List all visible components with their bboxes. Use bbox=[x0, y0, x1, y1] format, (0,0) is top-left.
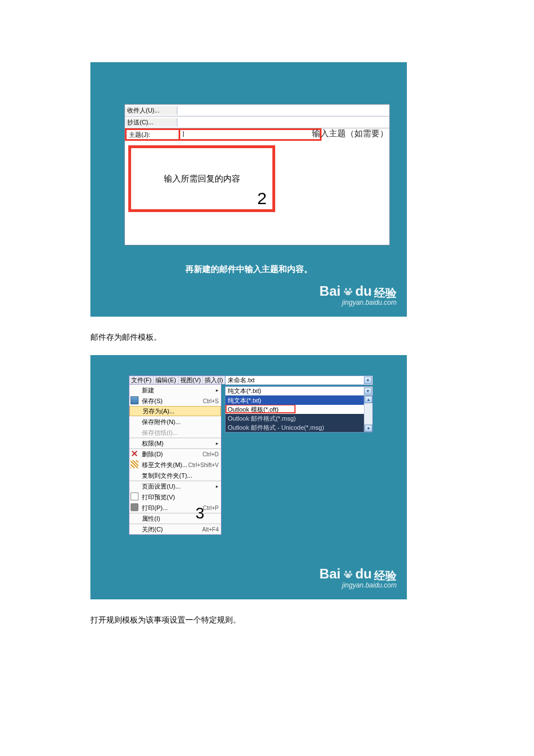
menu-item-label: 保存附件(N)... bbox=[142, 418, 180, 426]
svg-point-0 bbox=[345, 288, 347, 291]
menu-item[interactable]: 保存(S)Ctrl+S bbox=[129, 395, 221, 406]
menu-item-label: 保存(S) bbox=[142, 397, 163, 405]
watermark-brand-b: du bbox=[355, 284, 372, 299]
watermark-url: jingyan.baidu.com bbox=[319, 582, 397, 589]
move-icon bbox=[131, 460, 138, 468]
filetype-option[interactable]: Outlook 邮件格式(*.msg) bbox=[225, 414, 372, 423]
svg-point-4 bbox=[345, 571, 347, 573]
screenshot-1-caption: 再新建的邮件中输入主题和内容。 bbox=[90, 264, 407, 275]
shortcut-label: Ctrl+S bbox=[203, 398, 219, 404]
document-page: 收件人(U)... 抄送(C)... 主题(J): | 输入主题（如需要） 输入… bbox=[0, 0, 534, 751]
svg-point-5 bbox=[349, 571, 351, 573]
menu-item-label: 打印预览(V) bbox=[142, 493, 175, 502]
svg-point-2 bbox=[344, 291, 345, 293]
subject-hint-annotation: 输入主题（如需要） bbox=[312, 128, 388, 139]
screenshot-2: 文件(F) 编辑(E) 视图(V) 插入(I) 新建▸保存(S)Ctrl+S另存… bbox=[90, 355, 407, 599]
filetype-option-selected[interactable]: 纯文本(*.txt) bbox=[225, 396, 372, 405]
menu-file[interactable]: 文件(F) bbox=[129, 376, 154, 384]
file-menu-area: 文件(F) 编辑(E) 视图(V) 插入(I) 新建▸保存(S)Ctrl+S另存… bbox=[129, 375, 226, 535]
scroll-up-icon[interactable]: ▴ bbox=[364, 396, 372, 403]
watermark-url: jingyan.baidu.com bbox=[319, 299, 397, 306]
menu-item-label: 删除(D) bbox=[142, 450, 163, 459]
body-hint-annotation: 输入所需回复的内容 bbox=[164, 174, 240, 184]
del-icon bbox=[131, 450, 138, 457]
baidu-watermark: Bai du 经验 jingyan.baidu.com bbox=[319, 284, 397, 306]
submenu-arrow-icon: ▸ bbox=[216, 483, 219, 489]
step-number-3: 3 bbox=[196, 504, 205, 522]
menu-item[interactable]: 打印(P)...Ctrl+P bbox=[129, 502, 221, 513]
subject-row-highlight: 主题(J): | bbox=[125, 128, 322, 141]
menu-item-label: 页面设置(U)... bbox=[142, 482, 180, 491]
menu-item[interactable]: 另存为(A)... bbox=[129, 406, 221, 416]
baidu-watermark: Bai du 经验 jingyan.baidu.com bbox=[319, 567, 397, 589]
shortcut-label: Ctrl+Shift+V bbox=[188, 462, 219, 468]
filetype-value: 纯文本(*.txt) bbox=[228, 387, 261, 395]
prev-icon bbox=[131, 493, 138, 500]
menu-bar: 文件(F) 编辑(E) 视图(V) 插入(I) bbox=[129, 375, 226, 385]
svg-point-6 bbox=[344, 573, 345, 576]
mail-compose-window: 收件人(U)... 抄送(C)... 主题(J): | 输入主题（如需要） 输入… bbox=[124, 104, 390, 245]
svg-point-7 bbox=[350, 573, 352, 576]
menu-item-label: 另存为(A)... bbox=[142, 407, 175, 416]
menu-item-label: 打印(P)... bbox=[142, 504, 168, 512]
menu-item[interactable]: 打印预览(V) bbox=[129, 491, 221, 502]
menu-item[interactable]: 页面设置(U)...▸ bbox=[129, 481, 221, 491]
instruction-text-2: 打开规则模板为该事项设置一个特定规则。 bbox=[90, 615, 444, 625]
watermark-brand-a: Bai bbox=[319, 284, 340, 299]
to-row: 收件人(U)... bbox=[125, 105, 389, 116]
menu-item-label: 新建 bbox=[142, 386, 154, 395]
svg-point-3 bbox=[350, 291, 352, 293]
scrollbar[interactable]: ▴ ▾ bbox=[364, 396, 372, 432]
subject-label: 主题(J): bbox=[127, 130, 180, 139]
paw-icon bbox=[342, 286, 354, 299]
watermark-suffix: 经验 bbox=[374, 569, 397, 582]
cc-button[interactable]: 抄送(C)... bbox=[125, 118, 177, 127]
menu-item[interactable]: 权限(M)▸ bbox=[129, 438, 221, 448]
dropdown-icon[interactable]: ▾ bbox=[364, 387, 372, 395]
menu-item-label: 属性(I) bbox=[142, 515, 160, 523]
menu-item-label: 移至文件夹(M)... bbox=[142, 461, 188, 469]
to-button[interactable]: 收件人(U)... bbox=[125, 106, 177, 115]
menu-item-label: 权限(M) bbox=[142, 439, 164, 448]
step-number-2: 2 bbox=[257, 189, 267, 208]
menu-item[interactable]: 保存附件(N)... bbox=[129, 416, 221, 427]
menu-item-label: 关闭(C) bbox=[142, 525, 163, 534]
watermark-brand-a: Bai bbox=[319, 567, 340, 581]
dropdown-icon[interactable]: ▾ bbox=[364, 377, 372, 384]
shortcut-label: Alt+F4 bbox=[202, 526, 219, 533]
filetype-option[interactable]: Outlook 邮件格式 - Unicode(*.msg) bbox=[225, 423, 372, 432]
menu-edit[interactable]: 编辑(E) bbox=[154, 376, 179, 384]
filetype-dropdown-list: 纯文本(*.txt) ▴ ▾ Outlook 模板(*.oft)Outlook … bbox=[225, 396, 373, 433]
menu-item[interactable]: 新建▸ bbox=[129, 385, 221, 395]
save-icon bbox=[131, 396, 138, 404]
print-icon bbox=[131, 503, 138, 511]
instruction-text-1: 邮件存为邮件模板。 bbox=[90, 332, 444, 343]
menu-item[interactable]: 复制到文件夹(T)... bbox=[129, 470, 221, 481]
menu-item: 保存信纸(I)... bbox=[129, 427, 221, 438]
watermark-suffix: 经验 bbox=[374, 287, 397, 299]
submenu-arrow-icon: ▸ bbox=[216, 440, 219, 446]
cc-row: 抄送(C)... bbox=[125, 116, 389, 128]
menu-insert[interactable]: 插入(I) bbox=[203, 376, 225, 384]
subject-field[interactable]: | bbox=[180, 130, 320, 139]
menu-view[interactable]: 视图(V) bbox=[179, 376, 203, 384]
filetype-option[interactable]: Outlook 模板(*.oft) bbox=[225, 405, 372, 414]
menu-item[interactable]: 移至文件夹(M)...Ctrl+Shift+V bbox=[129, 459, 221, 470]
filetype-field[interactable]: 纯文本(*.txt) ▾ bbox=[225, 386, 373, 396]
menu-item[interactable]: 删除(D)Ctrl+D bbox=[129, 448, 221, 459]
body-highlight-box: 输入所需回复的内容 2 bbox=[128, 145, 275, 212]
file-menu-dropdown: 新建▸保存(S)Ctrl+S另存为(A)...保存附件(N)...保存信纸(I)… bbox=[129, 385, 222, 535]
menu-item-label: 复制到文件夹(T)... bbox=[142, 472, 192, 480]
filename-field[interactable]: 未命名.txt ▾ bbox=[225, 375, 373, 385]
paw-icon bbox=[342, 569, 354, 582]
shortcut-label: Ctrl+D bbox=[202, 451, 219, 457]
submenu-arrow-icon: ▸ bbox=[216, 387, 219, 393]
scroll-down-icon[interactable]: ▾ bbox=[364, 425, 372, 432]
save-as-controls: 未命名.txt ▾ 纯文本(*.txt) ▾ 纯文本(*.txt) ▴ ▾ Ou… bbox=[225, 375, 373, 433]
screenshot-1: 收件人(U)... 抄送(C)... 主题(J): | 输入主题（如需要） 输入… bbox=[90, 62, 407, 317]
menu-item[interactable]: 关闭(C)Alt+F4 bbox=[129, 524, 221, 534]
shortcut-label: Ctrl+P bbox=[203, 505, 219, 511]
menu-item[interactable]: 属性(I) bbox=[129, 513, 221, 524]
svg-point-1 bbox=[349, 288, 351, 291]
menu-item-label: 保存信纸(I)... bbox=[142, 429, 178, 437]
